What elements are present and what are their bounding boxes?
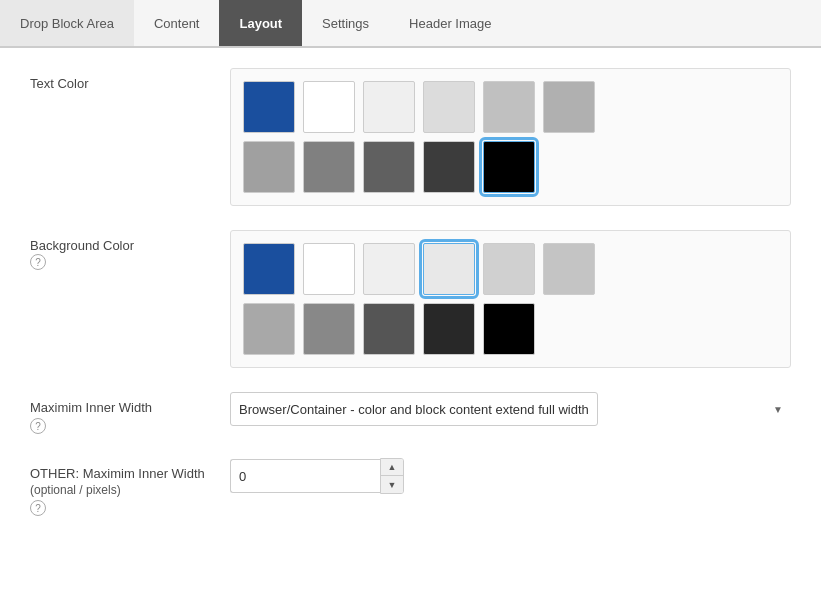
- tab-drop-block-area[interactable]: Drop Block Area: [0, 0, 134, 46]
- tab-bar: Drop Block Area Content Layout Settings …: [0, 0, 821, 48]
- text-color-swatch-gray1[interactable]: [243, 141, 295, 193]
- max-inner-width-label: Maximim Inner Width ?: [30, 392, 230, 434]
- text-color-swatch-mgray1[interactable]: [483, 81, 535, 133]
- bg-color-swatch-white[interactable]: [303, 243, 355, 295]
- max-inner-width-select[interactable]: Browser/Container - color and block cont…: [230, 392, 598, 426]
- other-max-width-help-icon[interactable]: ?: [30, 500, 46, 516]
- background-color-help-icon[interactable]: ?: [30, 254, 46, 270]
- spinner-up-button[interactable]: ▲: [381, 459, 403, 476]
- bg-color-swatch-mgray2[interactable]: [543, 243, 595, 295]
- bg-color-swatch-mgray1[interactable]: [483, 243, 535, 295]
- bg-color-swatch-black[interactable]: [483, 303, 535, 355]
- text-color-swatch-white[interactable]: [303, 81, 355, 133]
- background-color-row: Background Color ?: [30, 230, 791, 368]
- tab-settings[interactable]: Settings: [302, 0, 389, 46]
- bg-color-swatch-lgray1[interactable]: [363, 243, 415, 295]
- bg-color-swatch-lgray2[interactable]: [423, 243, 475, 295]
- tab-content[interactable]: Content: [134, 0, 220, 46]
- text-color-row: Text Color: [30, 68, 791, 206]
- bg-color-row-2: [243, 303, 778, 355]
- bg-color-swatch-dgray1[interactable]: [363, 303, 415, 355]
- bg-color-swatch-blue[interactable]: [243, 243, 295, 295]
- bg-color-swatch-dgray2[interactable]: [423, 303, 475, 355]
- text-color-swatch-lgray1[interactable]: [363, 81, 415, 133]
- background-color-label: Background Color ?: [30, 230, 230, 270]
- text-color-row-1: [243, 81, 778, 133]
- max-width-help-icon[interactable]: ?: [30, 418, 46, 434]
- bg-color-swatch-gray2[interactable]: [303, 303, 355, 355]
- background-color-grid: [230, 230, 791, 368]
- text-color-swatch-dgray1[interactable]: [363, 141, 415, 193]
- other-max-width-input[interactable]: 0: [230, 459, 380, 493]
- text-color-swatch-black[interactable]: [483, 141, 535, 193]
- text-color-label: Text Color: [30, 68, 230, 91]
- text-color-grid: [230, 68, 791, 206]
- bg-color-row-1: [243, 243, 778, 295]
- text-color-swatch-lgray2[interactable]: [423, 81, 475, 133]
- text-color-swatch-gray2[interactable]: [303, 141, 355, 193]
- max-inner-width-dropdown-wrapper: Browser/Container - color and block cont…: [230, 392, 791, 426]
- spinner-down-button[interactable]: ▼: [381, 476, 403, 493]
- text-color-row-2: [243, 141, 778, 193]
- bg-color-swatch-gray1[interactable]: [243, 303, 295, 355]
- tab-header-image[interactable]: Header Image: [389, 0, 511, 46]
- text-color-swatch-blue[interactable]: [243, 81, 295, 133]
- text-color-swatch-mgray2[interactable]: [543, 81, 595, 133]
- layout-panel: Text Color Background Color: [0, 48, 821, 560]
- text-color-swatch-dgray2[interactable]: [423, 141, 475, 193]
- spinner-controls: ▲ ▼: [380, 458, 404, 494]
- other-max-inner-width-label: OTHER: Maximim Inner Width (optional / p…: [30, 458, 230, 516]
- tab-layout[interactable]: Layout: [219, 0, 302, 46]
- other-max-inner-width-row: OTHER: Maximim Inner Width (optional / p…: [30, 458, 791, 516]
- max-inner-width-row: Maximim Inner Width ? Browser/Container …: [30, 392, 791, 434]
- other-max-inner-width-spinner: 0 ▲ ▼: [230, 458, 404, 494]
